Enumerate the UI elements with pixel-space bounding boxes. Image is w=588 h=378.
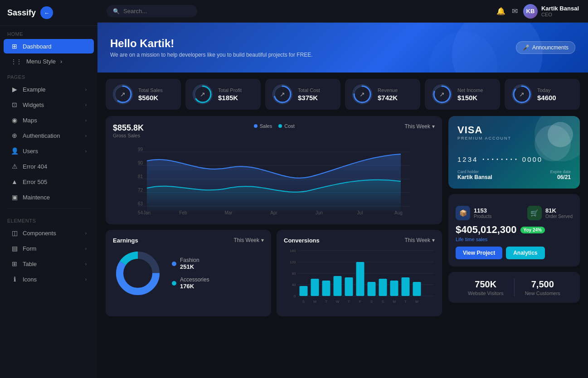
sidebar-item-example[interactable]: ▶ Example › (4, 82, 94, 97)
sidebar-item-menu-style[interactable]: ⋮⋮ Menu Style › (4, 54, 94, 68)
user-info[interactable]: KB Kartik Bansal CEO (523, 4, 579, 19)
customers-label: New Customers (515, 291, 571, 296)
conversions-period[interactable]: This Week ▾ (405, 237, 435, 243)
sidebar-divider (7, 208, 90, 209)
legend-sales: Sales (254, 123, 272, 129)
visa-num-start: 1234 (457, 155, 478, 163)
hero-banner: Hello Kartik! We are on a mission to hel… (97, 23, 588, 73)
stat-card: ↗ Net Income $150K (425, 79, 500, 110)
announcements-button[interactable]: 🎤 Announcments (516, 41, 575, 54)
topbar: 🔍 🔔 ✉ KB Kartik Bansal CEO (97, 0, 588, 23)
search-icon: 🔍 (113, 8, 120, 15)
sidebar-logo: Sassify ← (0, 0, 97, 26)
visa-card: VISA PREMIUM ACCOUNT 1234 • • • • • • • … (448, 116, 580, 189)
earnings-title: Earnings (113, 237, 138, 244)
sidebar-item-label: Error 505 (23, 179, 87, 185)
sidebar-item-icons[interactable]: ℹ Icons › (4, 272, 94, 286)
lifetime-sales: $405,012,300 Yoy 24% Life time sales (456, 224, 573, 242)
chevron-right-icon: › (85, 149, 87, 154)
analytics-button[interactable]: Analytics (506, 247, 544, 259)
view-project-button[interactable]: View Project (456, 247, 502, 259)
sidebar-item-dashboard[interactable]: ⊞ Dashboard (4, 39, 94, 53)
mic-icon: 🎤 (523, 44, 530, 51)
stat-label: Today (537, 87, 556, 93)
products-stat: 📦 1153 Products (456, 206, 491, 220)
sidebar-item-authentication[interactable]: ⊕ Authentication › (4, 128, 94, 143)
sidebar-item-components[interactable]: ◫ Components › (4, 226, 94, 240)
svg-text:Jul: Jul (357, 210, 363, 215)
users-icon: 👤 (11, 147, 18, 155)
search-input[interactable] (123, 8, 187, 15)
back-button[interactable]: ← (40, 6, 53, 19)
icons-icon: ℹ (11, 276, 18, 283)
sidebar-item-users[interactable]: 👤 Users › (4, 144, 94, 158)
user-details: Kartik Bansal CEO (541, 5, 579, 17)
chevron-down-icon: ▾ (432, 123, 435, 130)
stat-circle: ↗ (113, 84, 133, 104)
sidebar-item-form[interactable]: ▤ Form › (4, 241, 94, 256)
visa-num-end: 0000 (522, 155, 543, 163)
accessories-value: 176K (180, 283, 209, 290)
error505-icon: ▲ (11, 178, 18, 185)
visitors-label: Website Visitors (457, 291, 514, 296)
visa-footer: Card holder Kartik Bansal Expire date 06… (457, 170, 571, 180)
maps-icon: ◉ (11, 116, 18, 124)
fashion-value: 251K (180, 263, 199, 270)
stat-arrow-icon: ↗ (280, 91, 285, 98)
accessories-label: Accessories (180, 276, 209, 283)
customers-value: 7,500 (515, 279, 571, 290)
sidebar-item-error505[interactable]: ▲ Error 505 (4, 174, 94, 189)
stat-value: $742K (378, 94, 398, 102)
visa-expire: Expire date 06/21 (550, 170, 571, 180)
svg-text:S: S (382, 300, 384, 304)
svg-text:54: 54 (138, 210, 143, 215)
notification-icon[interactable]: 🔔 (496, 7, 505, 15)
stat-circle: ↗ (193, 84, 213, 104)
stat-card: ↗ Total Cost $375K (265, 79, 340, 110)
svg-text:63: 63 (138, 201, 143, 206)
sidebar-item-label: Users (23, 148, 81, 155)
svg-text:40: 40 (292, 283, 296, 287)
sidebar-item-maps[interactable]: ◉ Maps › (4, 113, 94, 127)
sidebar-item-error404[interactable]: ⚠ Error 404 (4, 159, 94, 174)
svg-text:99: 99 (138, 147, 143, 152)
chevron-right-icon: › (85, 118, 87, 123)
chevron-down-icon: ▾ (261, 237, 264, 243)
earnings-period[interactable]: This Week ▾ (234, 237, 264, 243)
mail-icon[interactable]: ✉ (512, 7, 518, 15)
accessories-info: Accessories 176K (180, 276, 209, 290)
svg-text:Aug: Aug (394, 210, 403, 215)
charts-area: $855.8K Gross Sales Sales Cost (97, 112, 588, 378)
sidebar-item-label: Dashboard (23, 43, 87, 50)
svg-rect-47 (345, 277, 353, 296)
stat-value: $185K (218, 94, 242, 102)
sidebar-item-table[interactable]: ⊞ Table › (4, 257, 94, 271)
stat-circle: ↗ (432, 84, 452, 104)
svg-text:72: 72 (138, 188, 143, 193)
products-label: Products (474, 214, 491, 219)
legend-sales-label: Sales (260, 123, 272, 129)
earnings-header: Earnings This Week ▾ (113, 237, 264, 244)
visa-chip (548, 122, 573, 147)
sidebar-item-widgets[interactable]: ⊡ Widgets › (4, 97, 94, 112)
earnings-period-label: This Week (234, 237, 259, 243)
sidebar-item-label: Authentication (23, 132, 81, 139)
svg-text:Feb: Feb (179, 210, 187, 215)
sidebar-item-label: Menu Style (26, 58, 56, 65)
svg-text:F: F (359, 300, 361, 304)
earnings-card: Earnings This Week ▾ (106, 230, 271, 316)
stat-value: $560K (138, 94, 163, 102)
bottom-stats-card: 750K Website Visitors 7,500 New Customer… (448, 272, 580, 303)
svg-text:160: 160 (290, 249, 296, 253)
svg-rect-50 (379, 279, 387, 296)
period-selector[interactable]: This Week ▾ (405, 123, 435, 130)
visa-holder-label: Card holder (457, 170, 492, 174)
svg-text:0: 0 (294, 294, 296, 298)
sales-stats-card: 📦 1153 Products 🛒 81K Order Served (448, 194, 580, 267)
search-box[interactable]: 🔍 (107, 5, 197, 17)
website-visitors-stat: 750K Website Visitors (457, 279, 514, 296)
sidebar-item-maintence[interactable]: ▣ Maintence (4, 190, 94, 204)
sidebar-item-label: Example (23, 86, 81, 93)
accessories-dot (172, 281, 176, 286)
sidebar-item-label: Maps (23, 117, 81, 124)
